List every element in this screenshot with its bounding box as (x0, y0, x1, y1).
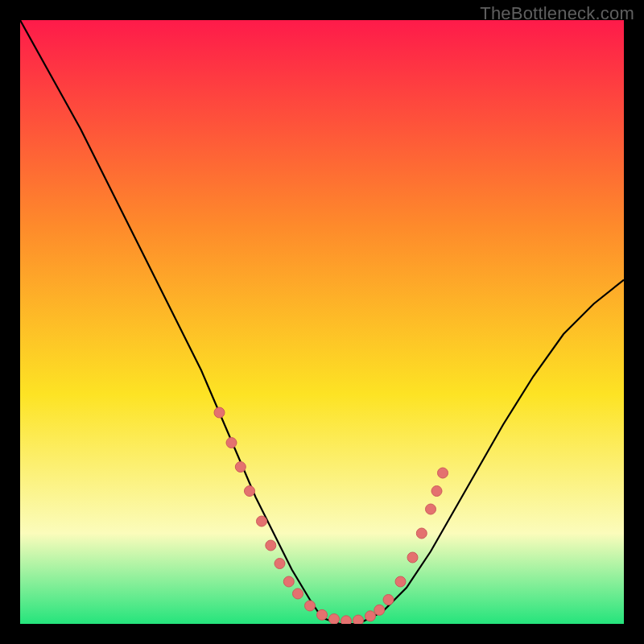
data-point (293, 588, 303, 599)
chart-frame: TheBottleneck.com (0, 0, 644, 644)
data-point (275, 559, 285, 569)
data-point (407, 552, 418, 563)
data-point (266, 540, 276, 551)
gradient-bg (20, 20, 624, 624)
data-point (365, 611, 376, 621)
data-point (395, 576, 406, 587)
data-point (426, 504, 436, 514)
data-point (353, 615, 364, 624)
data-point (305, 601, 316, 611)
data-point (431, 486, 442, 497)
data-point (438, 468, 448, 478)
data-point (226, 438, 237, 448)
data-point (317, 609, 328, 620)
data-point (235, 462, 246, 473)
data-point (341, 616, 352, 624)
data-point (329, 614, 340, 625)
data-point (214, 407, 225, 418)
chart-svg (20, 20, 624, 624)
plot-area (20, 20, 624, 624)
data-point (374, 605, 385, 615)
data-point (257, 516, 267, 526)
data-point (383, 595, 394, 605)
watermark-text: TheBottleneck.com (480, 3, 634, 24)
data-point (245, 486, 255, 497)
data-point (416, 528, 427, 539)
data-point (283, 576, 294, 587)
